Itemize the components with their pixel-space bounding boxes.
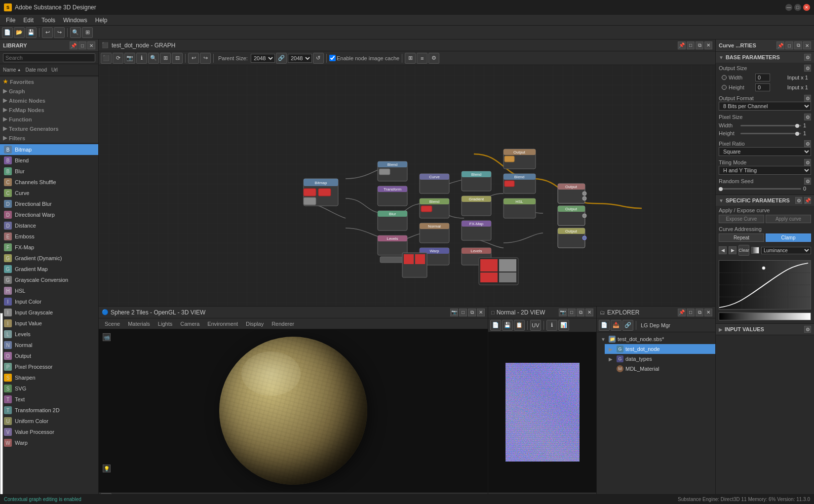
lib-item-fxmap[interactable]: F FX-Map [0,242,98,253]
channel-type-select[interactable]: Luminance Red Green Blue Alpha [761,247,811,254]
tiling-options-btn[interactable]: ⚙ [804,159,811,166]
view2d-close-btn[interactable]: ✕ [585,309,593,316]
expose-curve-btn[interactable]: Expose Curve [719,215,764,223]
view3d-light-btn[interactable]: 💡 [103,465,111,472]
explorer-pin-btn[interactable]: 📌 [678,309,686,316]
channel-clear-btn[interactable]: Clear [738,245,749,256]
lib-cat-texture[interactable]: ▶ Texture Generators [0,124,98,133]
base-params-header[interactable]: ▼ BASE PARAMETERS ⚙ [716,52,814,63]
lib-item-pixel[interactable]: P Pixel Processor [0,361,98,372]
lib-item-emboss[interactable]: E Emboss [0,231,98,242]
graph-pin-btn[interactable]: 📌 [678,41,686,49]
graph-tool3[interactable]: 📷 [124,53,135,64]
zoom-button[interactable]: 🔍 [70,27,81,38]
lib-item-normal[interactable]: N Normal [0,340,98,350]
props-expand-btn[interactable]: □ [785,41,793,49]
random-seed-options-btn[interactable]: ⚙ [804,178,811,185]
view2d-tool3[interactable]: 📋 [514,320,525,331]
fit-button[interactable]: ⊞ [82,27,93,38]
explorer-close-btn[interactable]: ✕ [704,309,712,316]
height-input[interactable] [755,83,770,91]
vm-materials[interactable]: Materials [124,320,154,328]
curve-control-point[interactable] [762,267,765,270]
curve-chart[interactable] [719,260,811,310]
view2d-canvas[interactable] [488,332,596,492]
save-button[interactable]: 💾 [26,27,37,38]
lib-item-svg[interactable]: S SVG [0,383,98,394]
graph-tool11[interactable]: ≡ [417,53,427,64]
redo-button[interactable]: ↪ [54,27,65,38]
lib-item-warp[interactable]: W Warp [0,437,98,448]
open-button[interactable]: 📂 [14,27,25,38]
lib-item-text[interactable]: T Text [0,394,98,405]
minimize-button[interactable]: — [785,4,792,11]
graph-tool2[interactable]: ⟳ [113,53,123,64]
explorer-tree-mdl[interactable]: M MDL_Material [605,364,715,374]
specific-params-header[interactable]: ▼ SPECIFIC PARAMETERS ⚙ 📌 [716,195,814,206]
view2d-chart-btn[interactable]: 📊 [558,320,569,331]
input-values-header[interactable]: ▶ INPUT VALUES ⚙ [716,324,814,335]
specific-params-options-btn[interactable]: ⚙ [795,197,802,204]
lib-item-value[interactable]: V Value Processor [0,426,98,437]
lib-item-input-gray[interactable]: I Input Grayscale [0,307,98,318]
lib-item-sharpen[interactable]: S Sharpen [0,372,98,383]
props-close-btn[interactable]: ✕ [803,41,811,49]
lib-item-curve[interactable]: C Curve [0,188,98,198]
explorer-import-btn[interactable]: 📥 [611,320,621,331]
lib-cat-filters[interactable]: ▶ Filters [0,133,98,143]
graph-tool7[interactable]: ⊟ [172,53,183,64]
lib-item-hsl[interactable]: H HSL [0,285,98,296]
lib-item-gradient-map[interactable]: G Gradient Map [0,264,98,274]
output-format-select[interactable]: 8 Bits per Channel 16 Bits per Channel [719,102,811,111]
graph-reset-btn[interactable]: ↺ [313,53,324,64]
lib-item-dir-warp[interactable]: D Directional Warp [0,209,98,220]
menu-tools[interactable]: Tools [38,16,59,25]
graph-size-select2[interactable]: 2048 [288,54,312,63]
vm-environment[interactable]: Environment [203,320,242,328]
vm-display[interactable]: Display [242,320,268,328]
undo-button[interactable]: ↩ [42,27,53,38]
vm-scene[interactable]: Scene [101,320,124,328]
lib-item-output[interactable]: O Output [0,350,98,361]
lib-item-grayscale[interactable]: G Grayscale Conversion [0,274,98,285]
specific-params-pin-btn[interactable]: 📌 [804,197,811,204]
view2d-tool2[interactable]: 💾 [502,320,513,331]
lib-col-url[interactable]: Url [49,66,60,74]
clamp-btn[interactable]: Clamp [766,233,811,242]
output-format-options-btn[interactable]: ⚙ [804,95,811,102]
pixel-ratio-select[interactable]: Square 16:9 [719,147,811,156]
library-expand-btn[interactable]: □ [78,41,86,49]
view2d-float-btn[interactable]: ⧉ [577,309,584,316]
graph-float-btn[interactable]: ⧉ [696,41,703,49]
graph-tool6[interactable]: ⊞ [160,53,171,64]
lib-item-input-val[interactable]: I Input Value [0,318,98,329]
graph-cache-checkbox[interactable] [329,55,336,61]
graph-canvas[interactable]: Bitmap Blend Transform Blur [99,65,715,306]
lib-cat-graph[interactable]: ▶ Graph [0,86,98,96]
lib-item-gradient-dyn[interactable]: G Gradient (Dynamic) [0,253,98,264]
lib-cat-fxmap[interactable]: ▶ FxMap Nodes [0,105,98,115]
vm-camera[interactable]: Camera [176,320,203,328]
close-button[interactable]: ✕ [803,4,810,11]
view3d-camera-btn[interactable]: 📷 [450,309,458,316]
new-button[interactable]: 📄 [2,27,13,38]
view3d-canvas[interactable]: 📹 💡 [99,329,488,492]
base-params-options-btn[interactable]: ⚙ [804,54,811,61]
channel-prev-btn[interactable]: ◀ [719,246,727,254]
lib-item-bitmap[interactable]: B Bitmap [0,144,98,155]
graph-tool8[interactable]: ↩ [188,53,199,64]
menu-file[interactable]: File [2,16,19,25]
lib-item-blend[interactable]: B Blend [0,155,98,166]
random-seed-track[interactable] [719,188,801,190]
graph-parent-size-select[interactable]: 2048 1024 512 [251,54,275,63]
width-input[interactable] [755,74,770,81]
graph-tool1[interactable]: ⬛ [101,53,112,64]
lib-item-input-color[interactable]: I Input Color [0,296,98,307]
pixel-ratio-options-btn[interactable]: ⚙ [804,140,811,147]
pixel-height-track[interactable] [740,133,801,134]
explorer-tree-graph[interactable]: ▶ G test_dot_node [605,344,715,354]
library-pin-btn[interactable]: 📌 [70,41,78,49]
lib-item-distance[interactable]: D Distance [0,220,98,231]
lib-col-name[interactable]: Name ▲ [1,66,23,74]
view3d-float-btn[interactable]: ⧉ [468,309,476,316]
